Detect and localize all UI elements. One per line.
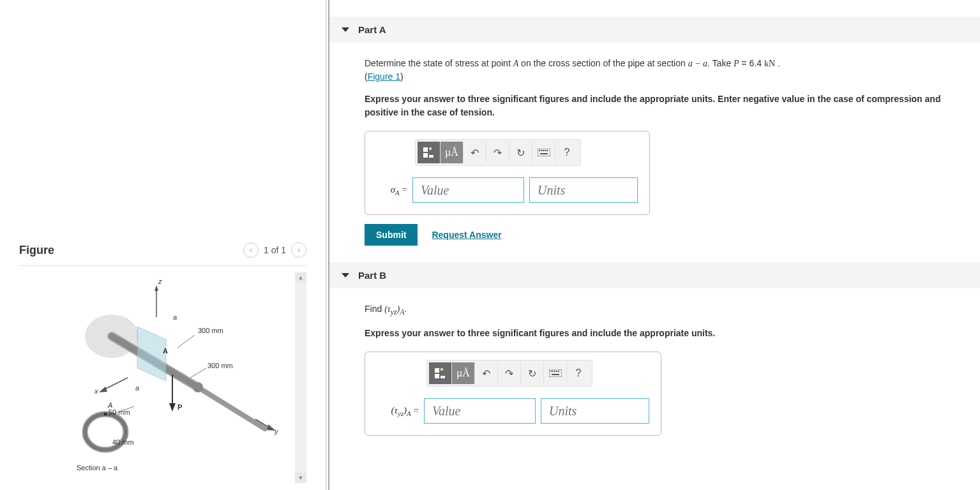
svg-text:50 mm: 50 mm (109, 408, 130, 416)
svg-text:z: z (158, 279, 162, 285)
part-b-value-input[interactable] (424, 398, 536, 424)
svg-line-25 (177, 335, 195, 348)
part-b-header[interactable]: Part B (329, 262, 980, 288)
units-button[interactable]: µÅ (441, 142, 464, 163)
figure-body: ▲ ▼ (19, 272, 306, 483)
part-a-answer-box: µÅ ↶ ↷ ↻ ? σA = (365, 131, 650, 215)
svg-point-4 (193, 382, 203, 392)
svg-text:P: P (177, 403, 182, 411)
svg-rect-42 (441, 376, 445, 378)
part-b-units-input[interactable] (541, 398, 649, 424)
redo-button[interactable]: ↷ (486, 142, 509, 163)
svg-rect-47 (556, 371, 557, 372)
svg-rect-44 (550, 371, 552, 372)
reset-button[interactable]: ↻ (509, 142, 532, 163)
svg-text:Section a – a: Section a – a (77, 464, 118, 471)
units-button[interactable]: µÅ (452, 362, 475, 384)
help-button[interactable]: ? (567, 362, 590, 384)
scroll-up-button[interactable]: ▲ (295, 272, 306, 283)
svg-rect-33 (539, 150, 540, 151)
svg-rect-29 (429, 147, 432, 150)
svg-text:x: x (94, 387, 98, 395)
redo-button[interactable]: ↷ (498, 362, 521, 384)
svg-rect-32 (538, 149, 550, 156)
svg-rect-28 (423, 147, 428, 152)
caret-down-icon (342, 27, 349, 32)
figure-prev-button[interactable]: ‹ (243, 242, 259, 258)
svg-text:a: a (173, 313, 177, 321)
svg-rect-37 (547, 150, 548, 151)
template-button[interactable] (418, 142, 441, 163)
svg-line-3 (198, 387, 265, 429)
figure-nav: ‹ 1 of 1 › (243, 242, 306, 258)
svg-rect-46 (554, 371, 555, 372)
question-panel: Part A Determine the state of stress at … (329, 0, 980, 490)
svg-rect-35 (543, 150, 544, 151)
part-a-request-answer-link[interactable]: Request Answer (432, 230, 501, 240)
svg-rect-36 (545, 150, 546, 151)
svg-text:300 mm: 300 mm (207, 362, 233, 369)
svg-rect-30 (423, 153, 428, 158)
svg-text:a: a (135, 384, 139, 392)
svg-text:y: y (274, 427, 279, 435)
undo-button[interactable]: ↶ (475, 362, 498, 384)
part-a-units-input[interactable] (529, 177, 638, 203)
svg-rect-31 (429, 155, 433, 158)
undo-button[interactable]: ↶ (464, 142, 486, 163)
part-a-value-input[interactable] (412, 177, 524, 203)
help-button[interactable]: ? (555, 142, 578, 163)
part-b-title: Part B (358, 270, 386, 281)
svg-line-26 (190, 368, 206, 378)
part-a-section: Part A Determine the state of stress at … (329, 17, 980, 246)
svg-rect-43 (549, 369, 562, 377)
part-b-prompt: Find (τyz)A. (365, 302, 971, 318)
figure-next-button[interactable]: › (291, 242, 306, 258)
svg-rect-38 (540, 153, 548, 154)
svg-rect-49 (552, 374, 559, 375)
sigma-a-label: σA = (377, 184, 407, 197)
svg-rect-39 (435, 368, 439, 373)
svg-text:A: A (163, 347, 168, 355)
svg-text:A: A (107, 401, 112, 409)
svg-rect-45 (552, 371, 554, 372)
svg-rect-41 (435, 374, 439, 378)
part-a-prompt: Determine the state of stress at point A… (365, 57, 971, 84)
reset-button[interactable]: ↻ (521, 362, 544, 384)
part-a-title: Part A (358, 24, 386, 35)
figure-link[interactable]: Figure 1 (368, 71, 400, 82)
part-b-toolbar: µÅ ↶ ↷ ↻ ? (426, 360, 592, 387)
svg-point-11 (104, 413, 107, 416)
part-b-instructions: Express your answer to three significant… (365, 327, 971, 340)
part-a-instructions: Express your answer to three significant… (365, 93, 971, 119)
figure-panel: Figure ‹ 1 of 1 › ▲ ▼ (0, 0, 326, 490)
figure-title: Figure (19, 244, 54, 257)
part-a-header[interactable]: Part A (329, 17, 980, 43)
scroll-down-button[interactable]: ▼ (295, 473, 306, 483)
template-button[interactable] (429, 362, 452, 384)
svg-text:40 mm: 40 mm (112, 438, 134, 446)
caret-down-icon (342, 273, 349, 278)
keyboard-button[interactable] (544, 362, 567, 384)
svg-rect-48 (558, 371, 559, 372)
figure-diagram: z x y a a A P 300 mm 300 mm 50 mm 40 mm … (19, 272, 295, 483)
part-a-toolbar: µÅ ↶ ↷ ↻ ? (415, 139, 581, 166)
part-a-submit-button[interactable]: Submit (365, 224, 418, 246)
svg-rect-34 (541, 150, 542, 151)
part-b-answer-box: µÅ ↶ ↷ ↻ ? (τyz)A = (365, 352, 661, 436)
figure-nav-label: 1 of 1 (264, 245, 286, 255)
keyboard-button[interactable] (532, 142, 555, 163)
tau-label: (τyz)A = (377, 405, 419, 417)
part-b-section: Part B Find (τyz)A. Express your answer … (329, 262, 980, 436)
svg-text:300 mm: 300 mm (198, 327, 223, 334)
svg-rect-40 (441, 368, 443, 371)
